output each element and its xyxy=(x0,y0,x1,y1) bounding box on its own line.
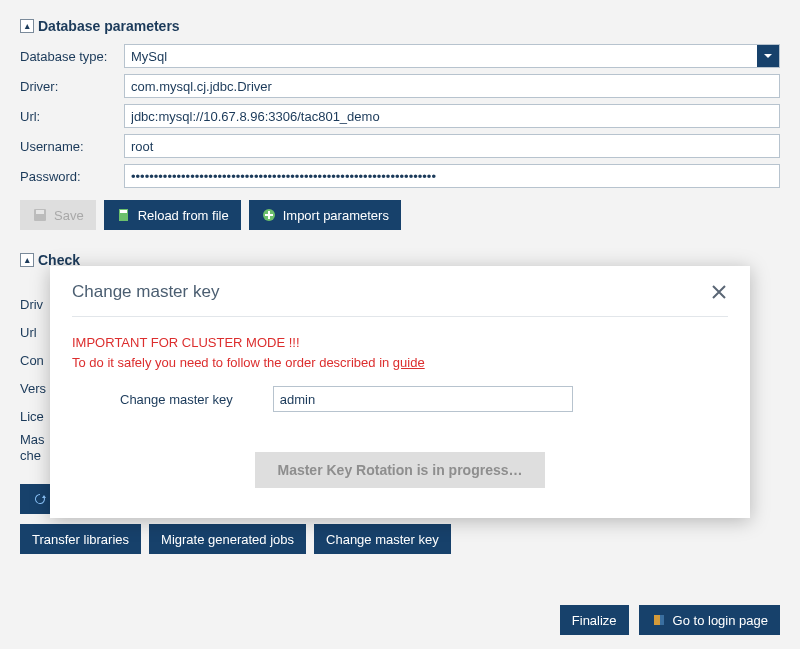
change-master-key-label: Change master key xyxy=(326,532,439,547)
driver-label: Driver: xyxy=(20,79,124,94)
import-params-button[interactable]: Import parameters xyxy=(249,200,401,230)
db-type-label: Database type: xyxy=(20,49,124,64)
check-row-label: Masche xyxy=(20,432,45,463)
transfer-libraries-label: Transfer libraries xyxy=(32,532,129,547)
check-row-label: Vers xyxy=(20,381,46,396)
check-row-label: Driv xyxy=(20,297,43,312)
save-button: Save xyxy=(20,200,96,230)
driver-input[interactable] xyxy=(124,74,780,98)
dialog-close-button[interactable] xyxy=(710,283,728,301)
dialog-warning-line2: To do it safely you need to follow the o… xyxy=(72,355,393,370)
check-row-label: Con xyxy=(20,353,44,368)
refresh-icon xyxy=(32,491,48,507)
go-to-login-button[interactable]: Go to login page xyxy=(639,605,780,635)
url-input[interactable] xyxy=(124,104,780,128)
save-button-label: Save xyxy=(54,208,84,223)
finalize-label: Finalize xyxy=(572,613,617,628)
dialog-title: Change master key xyxy=(72,282,219,302)
password-label: Password: xyxy=(20,169,124,184)
svg-rect-3 xyxy=(120,210,127,213)
master-key-input[interactable] xyxy=(273,386,573,412)
master-key-field-label: Change master key xyxy=(120,392,233,407)
svg-rect-7 xyxy=(654,615,660,625)
collapse-icon[interactable]: ▴ xyxy=(20,19,34,33)
reload-button-label: Reload from file xyxy=(138,208,229,223)
username-input[interactable] xyxy=(124,134,780,158)
migrate-jobs-button[interactable]: Migrate generated jobs xyxy=(149,524,306,554)
check-row-label: Lice xyxy=(20,409,44,424)
url-label: Url: xyxy=(20,109,124,124)
guide-link[interactable]: guide xyxy=(393,355,425,370)
db-type-select[interactable] xyxy=(124,44,780,68)
transfer-libraries-button[interactable]: Transfer libraries xyxy=(20,524,141,554)
svg-rect-8 xyxy=(660,615,664,625)
reload-button[interactable]: Reload from file xyxy=(104,200,241,230)
db-params-title: Database parameters xyxy=(38,18,180,34)
import-params-label: Import parameters xyxy=(283,208,389,223)
reload-icon xyxy=(116,207,132,223)
username-label: Username: xyxy=(20,139,124,154)
dialog-warning: IMPORTANT FOR CLUSTER MODE !!! To do it … xyxy=(72,333,728,372)
go-to-login-label: Go to login page xyxy=(673,613,768,628)
svg-rect-1 xyxy=(36,210,44,214)
dialog-warning-line1: IMPORTANT FOR CLUSTER MODE !!! xyxy=(72,333,728,353)
check-row-label: Url xyxy=(20,325,37,340)
door-icon xyxy=(651,612,667,628)
db-params-header: ▴ Database parameters xyxy=(20,18,780,34)
change-master-key-button[interactable]: Change master key xyxy=(314,524,451,554)
finalize-button[interactable]: Finalize xyxy=(560,605,629,635)
rotation-status: Master Key Rotation is in progress… xyxy=(255,452,544,488)
db-type-dropdown-button[interactable] xyxy=(757,45,779,67)
save-icon xyxy=(32,207,48,223)
plus-circle-icon xyxy=(261,207,277,223)
change-master-key-dialog: Change master key IMPORTANT FOR CLUSTER … xyxy=(50,266,750,518)
migrate-jobs-label: Migrate generated jobs xyxy=(161,532,294,547)
password-input[interactable] xyxy=(124,164,780,188)
